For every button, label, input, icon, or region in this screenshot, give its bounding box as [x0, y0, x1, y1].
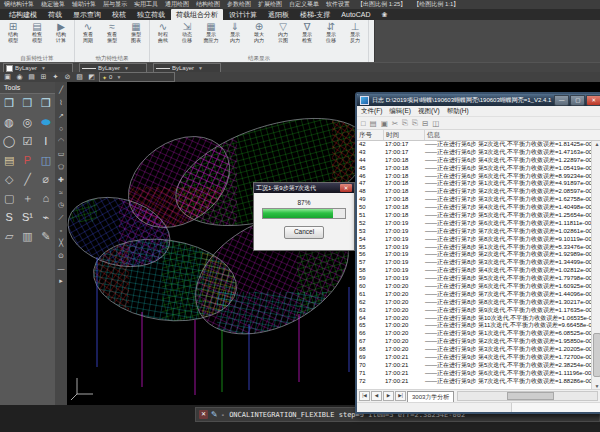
draw-tool-icon[interactable]: ↗: [58, 112, 64, 120]
column-header-time[interactable]: 时间: [384, 130, 425, 140]
layer-tool-icon[interactable]: ⊞: [39, 73, 48, 81]
menu-item[interactable]: 【出图比例 1:25】: [357, 0, 406, 9]
layer-tool-icon[interactable]: ▧: [75, 73, 84, 81]
tool-icon[interactable]: ◫: [37, 151, 55, 170]
progress-dialog-titlebar[interactable]: 工况1-第9步第7次迭代 ✕: [254, 183, 354, 193]
horizontal-scrollbar[interactable]: [457, 391, 598, 401]
close-icon[interactable]: ✕: [199, 410, 208, 419]
ribbon-button[interactable]: ▦ 振型 图表: [124, 20, 148, 43]
table-row[interactable]: 69 17:00:21 ——正在进行第9步 第4次迭代,不平衡力收敛误差=1.7…: [357, 354, 591, 362]
ribbon-button[interactable]: ⊞ 结构 模型: [1, 20, 25, 43]
draw-tool-icon[interactable]: ▭: [58, 150, 65, 158]
table-row[interactable]: 50 17:00:18 ——正在进行第7步 第4次迭代,不平衡力收敛误差=1.4…: [357, 204, 591, 212]
tool-icon[interactable]: ▢: [0, 189, 18, 208]
table-row[interactable]: 46 17:00:18 ——正在进行第6步 第6次迭代,不平衡力收敛误差=8.9…: [357, 173, 591, 181]
draw-tool-icon[interactable]: ⊙: [58, 252, 64, 260]
tool-icon[interactable]: ▥: [18, 227, 36, 246]
table-row[interactable]: 51 17:00:18 ——正在进行第7步 第5次迭代,不平衡力收敛误差=1.2…: [357, 212, 591, 220]
ribbon-button[interactable]: ∿ 时程 曲线: [151, 20, 175, 43]
log-menu-item[interactable]: 文件(F): [361, 107, 382, 116]
close-icon[interactable]: ✕: [586, 95, 600, 106]
tool-icon[interactable]: I: [37, 132, 55, 151]
menu-item[interactable]: 实用工具: [134, 0, 158, 9]
layer-tool-icon[interactable]: ▤: [27, 73, 36, 81]
table-row[interactable]: 53 17:00:19 ——正在进行第7步 第7次迭代,不平衡力收敛误差=1.0…: [357, 228, 591, 236]
table-row[interactable]: 44 17:00:18 ——正在进行第6步 第4次迭代,不平衡力收敛误差=1.2…: [357, 157, 591, 165]
draw-tool-icon[interactable]: ▸: [59, 277, 63, 285]
close-icon[interactable]: ✕: [340, 184, 352, 192]
column-header-no[interactable]: 序号: [357, 130, 384, 140]
module-tab[interactable]: ❀: [377, 10, 393, 20]
table-row[interactable]: 56 17:00:19 ——正在进行第8步 第2次迭代,不平衡力收敛误差=1.9…: [357, 251, 591, 259]
minimize-icon[interactable]: —: [554, 95, 569, 106]
table-row[interactable]: 66 17:00:20 ——正在进行第9步 第1次迭代,不平衡力收敛误差=6.0…: [357, 330, 591, 338]
draw-tool-icon[interactable]: ⬠: [58, 163, 64, 171]
column-header-msg[interactable]: 信息: [425, 130, 600, 140]
module-tab[interactable]: 荷载组合分析: [171, 9, 223, 20]
table-row[interactable]: 68 17:00:20 ——正在进行第9步 第3次迭代,不平衡力收敛误差=1.2…: [357, 346, 591, 354]
ribbon-button[interactable]: ⇓ 显示 内力: [223, 20, 247, 43]
tool-icon[interactable]: ◍: [0, 113, 18, 132]
layer-combo[interactable]: ✦ 0 ▼: [99, 72, 175, 82]
table-row[interactable]: 42 17:00:17 ——正在进行第6步 第2次迭代,不平衡力收敛误差=1.8…: [357, 141, 591, 149]
tool-icon[interactable]: ❒: [37, 94, 55, 113]
ribbon-button[interactable]: ⊥ 显示 反力: [343, 20, 367, 43]
log-toolbar-icon[interactable]: □: [361, 119, 366, 128]
tool-icon[interactable]: ⌂: [37, 189, 55, 208]
tool-icon[interactable]: ✎: [211, 410, 218, 419]
module-tab[interactable]: 结构建模: [4, 9, 42, 20]
layer-tool-icon[interactable]: ⊘: [63, 73, 72, 81]
table-row[interactable]: 49 17:00:18 ——正在进行第7步 第3次迭代,不平衡力收敛误差=1.6…: [357, 196, 591, 204]
tool-icon[interactable]: ⌀: [37, 170, 55, 189]
ribbon-button[interactable]: ⇵ 显示 位移: [319, 20, 343, 43]
ribbon-button[interactable]: ▶ 结构 计算: [49, 20, 73, 43]
log-toolbar-icon[interactable]: ⎘: [402, 118, 408, 128]
layer-tool-icon[interactable]: ◩: [87, 73, 96, 81]
menu-item[interactable]: 【绘图比例 1:1】: [413, 0, 459, 9]
draw-tool-icon[interactable]: ○: [59, 125, 63, 132]
sheet-nav-button[interactable]: ▶|: [395, 391, 406, 401]
module-tab[interactable]: 校核: [107, 9, 131, 20]
draw-tool-icon[interactable]: —: [58, 265, 65, 272]
ribbon-button[interactable]: ∿ 查看 周期: [76, 20, 100, 43]
tool-icon[interactable]: ⬬: [37, 113, 55, 132]
table-row[interactable]: 64 17:00:20 ——正在进行第8步 第10次迭代,不平衡力收敛误差=1.…: [357, 315, 591, 323]
tool-icon[interactable]: ◯: [0, 132, 18, 151]
tools-palette-title[interactable]: Tools: [0, 82, 55, 94]
log-toolbar-icon[interactable]: ▣: [381, 119, 388, 128]
log-toolbar-icon[interactable]: ✂: [392, 119, 398, 128]
table-row[interactable]: 55 17:00:19 ——正在进行第8步 第1次迭代,不平衡力收敛误差=5.3…: [357, 244, 591, 252]
table-row[interactable]: 63 17:00:20 ——正在进行第8步 第9次迭代,不平衡力收敛误差=1.1…: [357, 307, 591, 315]
table-row[interactable]: 48 17:00:18 ——正在进行第7步 第2次迭代,不平衡力收敛误差=2.0…: [357, 188, 591, 196]
ribbon-button[interactable]: ▽ 内力 云图: [271, 20, 295, 43]
draw-tool-icon[interactable]: ╱: [59, 86, 63, 94]
table-row[interactable]: 43 17:00:17 ——正在进行第6步 第3次迭代,不平衡力收敛误差=1.4…: [357, 149, 591, 157]
module-tab[interactable]: 独立荷载: [132, 9, 170, 20]
ribbon-button[interactable]: ▦ 显示 面应力: [199, 20, 223, 43]
draw-tool-icon[interactable]: ▫: [60, 227, 62, 234]
draw-tool-icon[interactable]: ⌇: [59, 99, 62, 107]
scrollbar-thumb[interactable]: [593, 333, 600, 377]
log-toolbar-icon[interactable]: ◫: [432, 119, 439, 128]
module-tab[interactable]: 遮阳板: [263, 9, 294, 20]
menu-item[interactable]: 通用绘图: [165, 0, 189, 9]
draw-tool-icon[interactable]: ✚: [58, 176, 64, 184]
menu-item[interactable]: 结构绘图: [196, 0, 220, 9]
menu-item[interactable]: 钢结构计算: [4, 0, 34, 9]
menu-item[interactable]: 层与显示: [103, 0, 127, 9]
ribbon-button[interactable]: ≈ 查看 振型: [100, 20, 124, 43]
table-row[interactable]: 54 17:00:19 ——正在进行第7步 第8次迭代,不平衡力收敛误差=9.1…: [357, 236, 591, 244]
log-toolbar-icon[interactable]: ▤: [370, 119, 377, 128]
table-row[interactable]: 60 17:00:20 ——正在进行第8步 第6次迭代,不平衡力收敛误差=1.6…: [357, 283, 591, 291]
sheet-nav-button[interactable]: ◀: [371, 391, 382, 401]
menu-item[interactable]: 自定义菜单: [289, 0, 319, 9]
maximize-icon[interactable]: ▢: [570, 95, 585, 106]
cancel-button[interactable]: Cancel: [284, 226, 324, 239]
ribbon-button[interactable]: ⊕ 最大 内力: [247, 20, 271, 43]
scroll-up-icon[interactable]: ▲: [595, 141, 600, 147]
tool-icon[interactable]: ╱: [18, 170, 36, 189]
table-row[interactable]: 57 17:00:19 ——正在进行第8步 第3次迭代,不平衡力收敛误差=1.3…: [357, 259, 591, 267]
tool-icon[interactable]: ❒: [0, 94, 18, 113]
table-row[interactable]: 45 17:00:18 ——正在进行第6步 第5次迭代,不平衡力收敛误差=1.0…: [357, 165, 591, 173]
draw-tool-icon[interactable]: ⟋: [59, 214, 64, 222]
